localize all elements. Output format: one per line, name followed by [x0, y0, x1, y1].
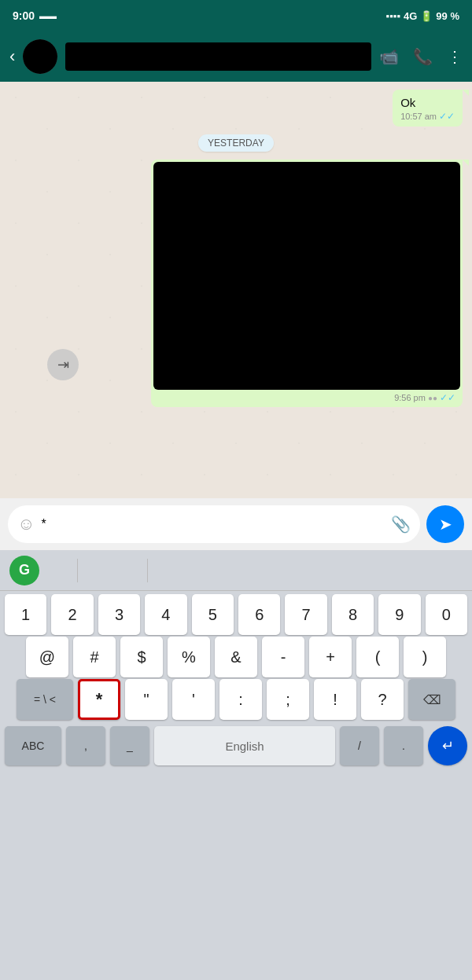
input-bar: ☺ 📎 ➤	[0, 498, 472, 550]
network-type: 4G	[404, 10, 417, 22]
key-percent[interactable]: %	[168, 637, 210, 677]
message-input[interactable]	[41, 517, 385, 531]
keys-area: 1 2 3 4 5 6 7 8 9 0 @ # $ % & - + ( ) = …	[0, 591, 472, 980]
message-ok: Ok 10:57 am ✓✓	[9, 90, 463, 127]
key-period[interactable]: .	[384, 726, 423, 765]
avatar[interactable]	[23, 39, 57, 74]
grammarly-bar: G	[0, 550, 472, 591]
bubble-time-ok: 10:57 am ✓✓	[400, 111, 455, 122]
video-time: 9:56 pm	[394, 393, 426, 402]
symbol-row-1: @ # $ % & - + ( )	[0, 637, 472, 677]
key-ampersand[interactable]: &	[215, 637, 257, 677]
send-button[interactable]: ➤	[426, 505, 464, 543]
key-8[interactable]: 8	[332, 594, 374, 635]
sim-icon: ▬▬	[39, 11, 57, 20]
backspace-key[interactable]: ⌫	[408, 679, 455, 720]
contact-name-redacted	[65, 42, 371, 71]
key-slash[interactable]: /	[340, 726, 379, 765]
more-options-icon[interactable]: ⋮	[447, 47, 463, 66]
status-time-area: 9:00 ▬▬	[13, 9, 57, 22]
video-check-marks: ✓✓	[440, 392, 455, 403]
key-open-paren[interactable]: (	[356, 637, 399, 677]
key-question[interactable]: ?	[361, 679, 404, 720]
symbol-row-2: = \ < * " ' : ; ! ? ⌫	[0, 679, 472, 720]
key-hash[interactable]: #	[73, 637, 116, 677]
key-4[interactable]: 4	[145, 594, 186, 635]
grammarly-icon[interactable]: G	[9, 556, 39, 585]
key-apostrophe[interactable]: '	[172, 679, 215, 720]
bottom-keyboard-row: ABC , _ English / . ↵	[0, 721, 472, 770]
key-asterisk[interactable]: *	[78, 679, 120, 720]
check-marks-ok: ✓✓	[439, 111, 455, 122]
emoji-button[interactable]: ☺	[17, 514, 35, 534]
key-3[interactable]: 3	[98, 594, 140, 635]
video-time-row: 9:56 pm ●● ✓✓	[153, 390, 460, 405]
key-colon[interactable]: :	[219, 679, 262, 720]
key-6[interactable]: 6	[238, 594, 280, 635]
battery-icon: 🔋	[420, 10, 433, 22]
key-underscore[interactable]: _	[110, 726, 149, 765]
key-plus[interactable]: +	[309, 637, 352, 677]
header-actions: 📹 📞 ⋮	[379, 47, 463, 66]
key-dollar[interactable]: $	[120, 637, 163, 677]
attach-button[interactable]: 📎	[391, 515, 411, 534]
keyboard: G 1 2 3 4 5 6 7 8 9 0 @ # $ % & - + (	[0, 550, 472, 980]
key-comma[interactable]: ,	[66, 726, 105, 765]
divider-1	[77, 559, 78, 582]
key-quote[interactable]: "	[125, 679, 168, 720]
divider-2	[147, 559, 148, 582]
key-0[interactable]: 0	[426, 594, 467, 635]
video-bubble: 9:56 pm ●● ✓✓	[151, 160, 463, 407]
video-thumbnail[interactable]	[153, 162, 460, 390]
bubble-text-ok: Ok	[400, 96, 455, 109]
key-space[interactable]: English	[154, 726, 335, 765]
date-divider: YESTERDAY	[9, 134, 463, 152]
key-equals-backslash[interactable]: = \ <	[17, 679, 73, 720]
send-icon: ➤	[439, 515, 452, 534]
battery-level: 99 %	[436, 10, 459, 22]
chat-area: Ok 10:57 am ✓✓ YESTERDAY 9:56 pm ●● ✓✓ ⇥	[0, 82, 472, 498]
back-button[interactable]: ‹	[9, 46, 15, 67]
input-wrapper: ☺ 📎	[8, 505, 420, 543]
key-exclaim[interactable]: !	[314, 679, 356, 720]
key-enter[interactable]: ↵	[428, 726, 467, 765]
chat-header: ‹ 📹 📞 ⋮	[0, 31, 472, 82]
video-call-icon[interactable]: 📹	[379, 47, 399, 66]
key-9[interactable]: 9	[378, 594, 420, 635]
key-5[interactable]: 5	[192, 594, 234, 635]
date-pill: YESTERDAY	[198, 134, 274, 152]
key-7[interactable]: 7	[285, 594, 326, 635]
key-close-paren[interactable]: )	[404, 637, 446, 677]
call-icon[interactable]: 📞	[413, 47, 433, 66]
key-abc[interactable]: ABC	[5, 726, 61, 765]
key-2[interactable]: 2	[51, 594, 93, 635]
key-1[interactable]: 1	[5, 594, 46, 635]
key-at[interactable]: @	[26, 637, 68, 677]
number-row: 1 2 3 4 5 6 7 8 9 0	[0, 594, 472, 635]
time: 9:00	[13, 9, 35, 22]
status-right-area: ▪▪▪▪ 4G 🔋 99 %	[386, 10, 459, 22]
status-bar: 9:00 ▬▬ ▪▪▪▪ 4G 🔋 99 %	[0, 0, 472, 31]
bubble-ok: Ok 10:57 am ✓✓	[393, 90, 463, 127]
signal-bars: ▪▪▪▪	[386, 10, 400, 22]
forward-button[interactable]: ⇥	[47, 349, 79, 380]
key-semicolon[interactable]: ;	[267, 679, 309, 720]
key-minus[interactable]: -	[262, 637, 304, 677]
